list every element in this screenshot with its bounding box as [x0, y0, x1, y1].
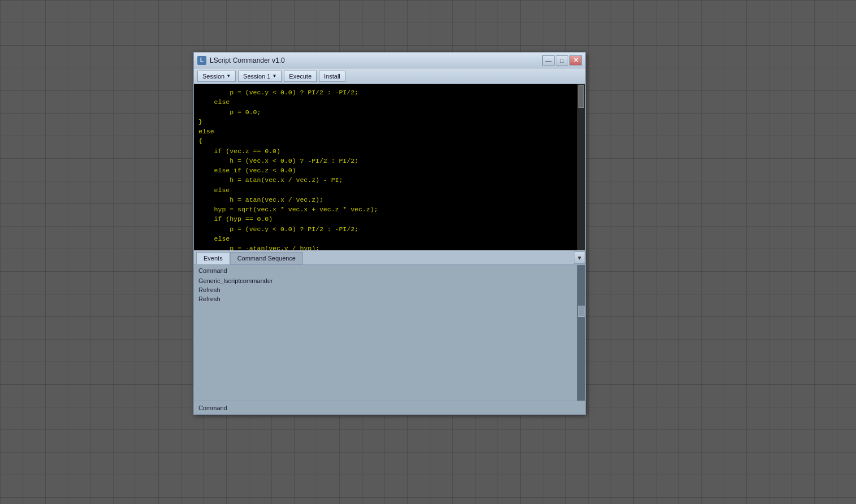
events-header: Command: [194, 265, 577, 276]
session-label: Session: [202, 73, 224, 80]
session-dropdown[interactable]: Session ▼: [197, 71, 236, 82]
session1-label: Session 1: [243, 73, 270, 80]
session-arrow-icon: ▼: [226, 73, 231, 79]
toolbar: Session ▼ Session 1 ▼ Execute Install: [194, 68, 585, 84]
execute-button[interactable]: Execute: [284, 71, 317, 82]
minimize-button[interactable]: —: [542, 55, 555, 66]
command-bar: Command: [194, 401, 585, 414]
title-bar-left: LScript Commander v1.0: [197, 56, 285, 65]
events-panel: Command Generic_lscriptcommanderRefreshR…: [194, 265, 585, 401]
events-list: Generic_lscriptcommanderRefreshRefresh: [194, 276, 577, 401]
list-item[interactable]: Refresh: [196, 294, 575, 303]
list-item[interactable]: Generic_lscriptcommander: [196, 276, 575, 285]
events-content-row: Command Generic_lscriptcommanderRefreshR…: [194, 265, 585, 401]
session1-arrow-icon: ▼: [272, 73, 276, 79]
maximize-button[interactable]: □: [556, 55, 568, 66]
command-bar-label: Command: [198, 405, 227, 411]
code-content[interactable]: p = (vec.y < 0.0) ? PI/2 : -PI/2; else p…: [194, 84, 577, 250]
window-title: LScript Commander v1.0: [210, 57, 285, 64]
title-bar: LScript Commander v1.0 — □ ✕: [194, 53, 585, 68]
events-scrollbar-thumb: [578, 306, 585, 317]
tab-events[interactable]: Events: [196, 252, 230, 264]
close-button[interactable]: ✕: [569, 55, 582, 66]
main-window: LScript Commander v1.0 — □ ✕ Session ▼ S…: [193, 52, 586, 415]
tab-events-label: Events: [204, 255, 223, 262]
tab-command-sequence-label: Command Sequence: [237, 255, 296, 262]
session1-dropdown[interactable]: Session 1 ▼: [238, 71, 282, 82]
scrollbar-thumb: [578, 85, 584, 108]
list-item[interactable]: Refresh: [196, 285, 575, 294]
install-button[interactable]: Install: [319, 71, 345, 82]
code-scrollbar[interactable]: [577, 84, 585, 250]
app-icon: [197, 56, 206, 65]
events-scrollbar[interactable]: [577, 265, 585, 401]
title-buttons: — □ ✕: [542, 55, 582, 66]
code-editor: p = (vec.y < 0.0) ? PI/2 : -PI/2; else p…: [194, 84, 585, 250]
bottom-panel: Events Command Sequence ▼ Command Generi…: [194, 250, 585, 414]
tab-command-sequence[interactable]: Command Sequence: [230, 252, 303, 264]
tab-scroll-button[interactable]: ▼: [574, 251, 585, 264]
tabs-row: Events Command Sequence ▼: [194, 250, 585, 265]
events-scrollbar-track: [577, 265, 585, 401]
